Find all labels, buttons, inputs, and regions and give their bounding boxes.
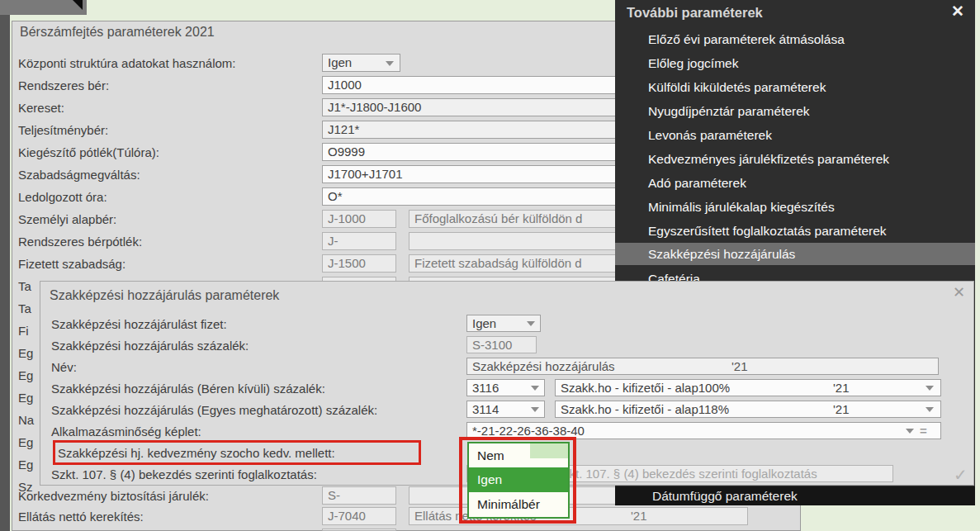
szocho-dropdown-list: Nem Igen Minimálbér [467,442,570,519]
dropdown-option-igen-selected[interactable]: Igen [469,467,568,492]
dropdown-option-minimalber[interactable]: Minimálbér [469,492,568,517]
payroll-app-page: Bérszámfejtés paraméterek 2021 Központi … [0,0,980,531]
dropdown-option-nem[interactable]: Nem [469,443,568,467]
